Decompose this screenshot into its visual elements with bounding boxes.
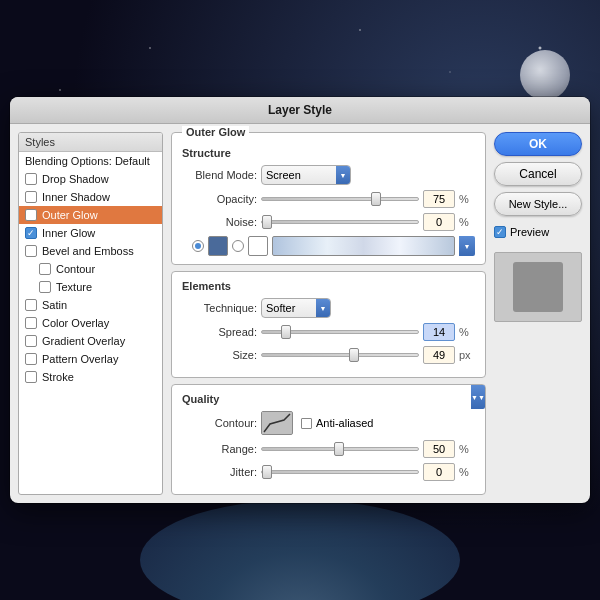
range-slider-track[interactable] — [261, 447, 419, 451]
inner-shadow-checkbox[interactable] — [25, 191, 37, 203]
gradient-radio-button[interactable] — [232, 240, 244, 252]
range-label: Range: — [182, 443, 257, 455]
size-label: Size: — [182, 349, 257, 361]
range-unit: % — [459, 443, 475, 455]
contour-checkbox[interactable] — [39, 263, 51, 275]
size-slider-track[interactable] — [261, 353, 419, 357]
stroke-checkbox[interactable] — [25, 371, 37, 383]
spread-input[interactable]: 14 — [423, 323, 455, 341]
noise-slider-track[interactable] — [261, 220, 419, 224]
preview-area — [494, 252, 582, 322]
opacity-unit: % — [459, 193, 475, 205]
gradient-dropdown-arrow-icon[interactable] — [459, 236, 475, 256]
contour-dropdown-arrow-icon[interactable]: ▼ — [471, 385, 485, 409]
contour-curve-icon — [262, 412, 292, 434]
technique-arrow-icon[interactable] — [316, 299, 330, 317]
pattern-overlay-checkbox[interactable] — [25, 353, 37, 365]
spread-slider-thumb[interactable] — [281, 325, 291, 339]
spread-unit: % — [459, 326, 475, 338]
preview-inner — [513, 262, 563, 312]
preview-checkbox[interactable]: ✓ — [494, 226, 506, 238]
pattern-overlay-label: Pattern Overlay — [42, 353, 118, 365]
opacity-slider-thumb[interactable] — [371, 192, 381, 206]
blend-mode-arrow-icon[interactable] — [336, 166, 350, 184]
inner-glow-item[interactable]: Inner Glow — [19, 224, 162, 242]
opacity-label: Opacity: — [182, 193, 257, 205]
inner-shadow-label: Inner Shadow — [42, 191, 110, 203]
range-slider-thumb[interactable] — [334, 442, 344, 456]
range-input[interactable]: 50 — [423, 440, 455, 458]
white-swatch[interactable] — [248, 236, 268, 256]
contour-item[interactable]: Contour — [19, 260, 162, 278]
jitter-label: Jitter: — [182, 466, 257, 478]
outer-glow-checkbox[interactable] — [25, 209, 37, 221]
color-radio-button[interactable] — [192, 240, 204, 252]
styles-panel: Styles Blending Options: Default Drop Sh… — [18, 132, 163, 495]
jitter-input[interactable]: 0 — [423, 463, 455, 481]
gradient-overlay-item[interactable]: Gradient Overlay — [19, 332, 162, 350]
opacity-input[interactable]: 75 — [423, 190, 455, 208]
anti-alias-label: Anti-aliased — [316, 417, 373, 429]
color-overlay-item[interactable]: Color Overlay — [19, 314, 162, 332]
dialog-titlebar: Layer Style — [10, 97, 590, 124]
noise-unit: % — [459, 216, 475, 228]
moon-decoration — [520, 50, 570, 100]
spread-slider-track[interactable] — [261, 330, 419, 334]
jitter-slider-track[interactable] — [261, 470, 419, 474]
drop-shadow-label: Drop Shadow — [42, 173, 109, 185]
range-slider-container — [261, 447, 419, 451]
technique-row: Technique: Softer — [182, 298, 475, 318]
color-swatch[interactable] — [208, 236, 228, 256]
outer-glow-section: Outer Glow Structure Blend Mode: Screen … — [171, 132, 486, 265]
blending-options-item[interactable]: Blending Options: Default — [19, 152, 162, 170]
drop-shadow-checkbox[interactable] — [25, 173, 37, 185]
size-row: Size: 49 px — [182, 346, 475, 364]
jitter-unit: % — [459, 466, 475, 478]
color-overlay-checkbox[interactable] — [25, 317, 37, 329]
elements-title: Elements — [182, 280, 475, 292]
stroke-item[interactable]: Stroke — [19, 368, 162, 386]
size-input[interactable]: 49 — [423, 346, 455, 364]
size-unit: px — [459, 349, 475, 361]
inner-glow-checkbox[interactable] — [25, 227, 37, 239]
drop-shadow-item[interactable]: Drop Shadow — [19, 170, 162, 188]
satin-checkbox[interactable] — [25, 299, 37, 311]
texture-checkbox[interactable] — [39, 281, 51, 293]
opacity-slider-track[interactable] — [261, 197, 419, 201]
pattern-overlay-item[interactable]: Pattern Overlay — [19, 350, 162, 368]
inner-shadow-item[interactable]: Inner Shadow — [19, 188, 162, 206]
gradient-preview[interactable] — [272, 236, 455, 256]
bevel-emboss-item[interactable]: Bevel and Emboss — [19, 242, 162, 260]
outer-glow-label: Outer Glow — [42, 209, 98, 221]
technique-dropdown[interactable]: Softer — [261, 298, 331, 318]
opacity-row: Opacity: 75 % — [182, 190, 475, 208]
color-overlay-label: Color Overlay — [42, 317, 109, 329]
satin-label: Satin — [42, 299, 67, 311]
anti-alias-checkbox[interactable] — [301, 418, 312, 429]
bevel-emboss-checkbox[interactable] — [25, 245, 37, 257]
gradient-overlay-checkbox[interactable] — [25, 335, 37, 347]
jitter-slider-thumb[interactable] — [262, 465, 272, 479]
quality-title: Quality — [182, 393, 475, 405]
cancel-button[interactable]: Cancel — [494, 162, 582, 186]
outer-glow-item[interactable]: Outer Glow — [19, 206, 162, 224]
styles-panel-header[interactable]: Styles — [19, 133, 162, 152]
contour-label: Contour: — [182, 417, 257, 429]
right-panel: OK Cancel New Style... ✓ Preview — [494, 132, 582, 495]
satin-item[interactable]: Satin — [19, 296, 162, 314]
jitter-slider-container — [261, 470, 419, 474]
texture-item[interactable]: Texture — [19, 278, 162, 296]
noise-slider-thumb[interactable] — [262, 215, 272, 229]
outer-glow-panel: Outer Glow Structure Blend Mode: Screen … — [171, 132, 486, 495]
noise-slider-container — [261, 220, 419, 224]
noise-input[interactable]: 0 — [423, 213, 455, 231]
blend-mode-dropdown[interactable]: Screen — [261, 165, 351, 185]
preview-label: Preview — [510, 226, 549, 238]
opacity-slider-container — [261, 197, 419, 201]
noise-label: Noise: — [182, 216, 257, 228]
size-slider-thumb[interactable] — [349, 348, 359, 362]
dialog-title: Layer Style — [268, 103, 332, 117]
contour-preview[interactable] — [261, 411, 293, 435]
ok-button[interactable]: OK — [494, 132, 582, 156]
new-style-button[interactable]: New Style... — [494, 192, 582, 216]
